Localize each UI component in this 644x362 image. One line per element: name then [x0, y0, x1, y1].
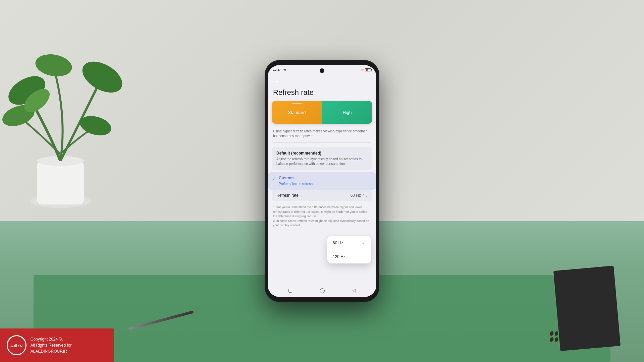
- svg-point-5: [77, 55, 128, 99]
- nav-circle-button[interactable]: ◯: [320, 288, 325, 293]
- default-option-desc: Adjust the refresh rate dynamically base…: [276, 157, 368, 166]
- phone-device: 10:37 PM ▪▪▪ ← Refresh rate: [265, 60, 379, 302]
- custom-option-desc: Prefer selected refresh rate: [279, 182, 319, 186]
- svg-point-4: [34, 52, 73, 79]
- custom-check-icon: ✓: [272, 176, 276, 181]
- default-option-title: Default (recommended): [276, 151, 368, 156]
- refresh-rate-description: Using higher refresh rates makes viewing…: [268, 128, 376, 142]
- footnote-2: 2. In some cases, refresh rates might be…: [273, 219, 369, 227]
- watermark-line2: All Rights Reserved for ALAEDINGROUP.IR: [31, 342, 107, 354]
- plant-svg: [0, 0, 168, 241]
- phone-outer-frame: 10:37 PM ▪▪▪ ← Refresh rate: [265, 60, 379, 302]
- refresh-rate-row-value[interactable]: 60 Hz ⌃⌄: [351, 193, 368, 198]
- refresh-rate-toggle[interactable]: Standard High: [272, 101, 372, 124]
- bottom-nav-bar: ▢ ◯ ◁: [268, 284, 376, 297]
- footnote-text: 1. For you to understand the differences…: [268, 203, 376, 230]
- status-time: 10:37 PM: [273, 68, 286, 71]
- camera-notch: [320, 68, 324, 73]
- magazine: [553, 266, 621, 351]
- battery-icon: [365, 68, 371, 71]
- signal-icon: ▪▪▪: [361, 68, 364, 71]
- refresh-rate-row-label: Refresh rate: [276, 193, 299, 198]
- battery-fill: [366, 69, 368, 71]
- default-option-card[interactable]: Default (recommended) Adjust the refresh…: [272, 147, 372, 170]
- watermark-banner: علاء الدين Copyright 2024 ©. All Rights …: [0, 328, 114, 362]
- status-icons: ▪▪▪: [361, 68, 371, 71]
- custom-option-title: Custom: [279, 176, 319, 180]
- dropdown-item-120hz[interactable]: 120 Hz: [327, 250, 371, 263]
- nav-back-button[interactable]: ◁: [352, 288, 356, 293]
- watermark-logo: علاء الدين: [7, 335, 26, 355]
- back-button[interactable]: ←: [273, 78, 279, 85]
- custom-option-text: Custom Prefer selected refresh rate: [279, 176, 319, 186]
- toggle-high-label: High: [343, 110, 352, 115]
- custom-option-row: ✓ Custom Prefer selected refresh rate: [272, 176, 372, 186]
- watermark-text-block: Copyright 2024 ©. All Rights Reserved fo…: [31, 336, 107, 354]
- chevron-updown-icon: ⌃⌄: [362, 194, 368, 197]
- refresh-rate-row[interactable]: Refresh rate 60 Hz ⌃⌄: [272, 190, 372, 201]
- toggle-high[interactable]: High: [322, 101, 372, 124]
- nav-square-button[interactable]: ▢: [288, 288, 292, 293]
- watermark-logo-text: علاء الدين: [10, 344, 24, 347]
- screen-content: ← Refresh rate Standard High Using highe…: [268, 74, 376, 284]
- refresh-rate-dropdown[interactable]: 60 Hz ✓ 120 Hz: [327, 236, 371, 263]
- dropdown-60hz-label: 60 Hz: [333, 241, 343, 245]
- plant-decoration: [0, 0, 168, 241]
- custom-option-card[interactable]: ✓ Custom Prefer selected refresh rate: [268, 172, 376, 190]
- toggle-standard-label: Standard: [288, 110, 306, 115]
- section-divider: [273, 142, 371, 143]
- refresh-rate-current-value: 60 Hz: [351, 193, 361, 198]
- top-nav[interactable]: ←: [268, 74, 376, 87]
- svg-rect-1: [37, 161, 84, 204]
- watermark-line1: Copyright 2024 ©.: [31, 336, 107, 342]
- page-title: Refresh rate: [268, 87, 376, 101]
- footnote-1: 1. For you to understand the differences…: [273, 205, 367, 218]
- dropdown-check-icon: ✓: [362, 240, 366, 245]
- dropdown-item-60hz[interactable]: 60 Hz ✓: [327, 236, 371, 250]
- toggle-standard[interactable]: Standard: [272, 101, 322, 124]
- dropdown-120hz-label: 120 Hz: [333, 254, 345, 259]
- phone-screen: 10:37 PM ▪▪▪ ← Refresh rate: [268, 65, 376, 297]
